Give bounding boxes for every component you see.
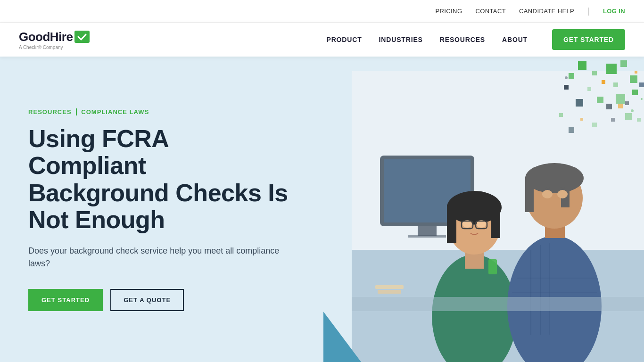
logo[interactable]: GoodHire [19,30,90,44]
hero-section: RESOURCES | COMPLIANCE LAWS Using FCRA C… [0,57,644,362]
nav-about[interactable]: ABOUT [502,36,528,43]
logo-icon [74,31,90,43]
hero-title: Using FCRA Compliant Background Checks I… [28,125,292,233]
people-illustration [352,71,644,362]
main-nav: GoodHire A Checkr® Company PRODUCT INDUS… [0,23,644,57]
breadcrumb: RESOURCES | COMPLIANCE LAWS [28,107,292,116]
log-in-link[interactable]: LOG IN [603,8,625,15]
hero-content: RESOURCES | COMPLIANCE LAWS Using FCRA C… [0,107,321,311]
hero-subtitle: Does your background check service help … [28,245,292,270]
nav-industries[interactable]: INDUSTRIES [379,36,423,43]
breadcrumb-separator: | [75,107,77,116]
hero-image-area [323,57,644,362]
nav-links: PRODUCT INDUSTRIES RESOURCES ABOUT GET S… [326,29,625,50]
hero-get-quote-button[interactable]: GET A QUOTE [110,289,184,311]
nav-divider: | [587,6,590,16]
svg-rect-0 [74,31,90,43]
pricing-link[interactable]: PRICING [435,8,462,15]
nav-get-started-button[interactable]: GET STARTED [552,29,625,50]
contact-link[interactable]: CONTACT [475,8,506,15]
breadcrumb-current: COMPLIANCE LAWS [81,108,149,115]
logo-name: GoodHire [19,30,73,44]
logo-tagline: A Checkr® Company [19,45,90,50]
nav-resources[interactable]: RESOURCES [440,36,485,43]
logo-area[interactable]: GoodHire A Checkr® Company [19,30,90,50]
svg-rect-65 [352,71,644,362]
breadcrumb-resources-link[interactable]: RESOURCES [28,108,72,115]
hero-buttons: GET STARTED GET A QUOTE [28,289,292,311]
utility-bar: PRICING CONTACT CANDIDATE HELP | LOG IN [0,0,644,23]
hero-photo [352,71,644,362]
nav-product[interactable]: PRODUCT [326,36,362,43]
hero-get-started-button[interactable]: GET STARTED [28,289,103,311]
candidate-help-link[interactable]: CANDIDATE HELP [519,8,574,15]
